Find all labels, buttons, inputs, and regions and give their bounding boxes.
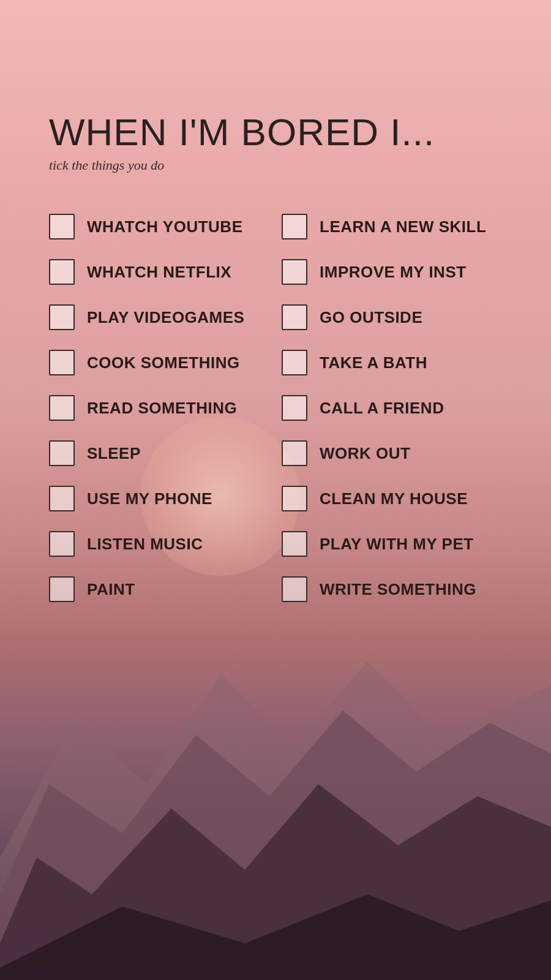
checkbox[interactable]: [49, 350, 75, 375]
checkbox[interactable]: [49, 440, 75, 466]
checkbox[interactable]: [49, 395, 75, 421]
checkbox[interactable]: [282, 395, 307, 421]
checkbox[interactable]: [49, 486, 75, 511]
list-item: CALL A FRIEND: [282, 385, 502, 431]
item-label: WORK OUT: [320, 444, 410, 463]
checkbox[interactable]: [49, 304, 75, 330]
checkbox[interactable]: [282, 350, 307, 375]
item-label: SLEEP: [87, 444, 141, 463]
list-item: PLAY WITH MY PET: [282, 521, 502, 567]
left-column: WHATCH YOUTUBEWHATCH NETFLIXPLAY VIDEOGA…: [49, 204, 269, 612]
item-label: WRITE SOMETHING: [320, 580, 476, 599]
list-item: COOK SOMETHING: [49, 340, 269, 385]
item-label: PLAY WITH MY PET: [320, 535, 474, 554]
checkbox[interactable]: [49, 259, 75, 285]
checkbox[interactable]: [282, 259, 307, 285]
list-item: LISTEN MUSIC: [49, 521, 269, 567]
item-label: IMPROVE MY INST: [320, 263, 467, 282]
page-subtitle: tick the things you do: [49, 157, 502, 173]
list-item: IMPROVE MY INST: [282, 249, 502, 295]
watermark: modif.ai: [18, 952, 59, 967]
list-item: SLEEP: [49, 431, 269, 476]
page-title: WHEN I'M BORED I...: [49, 110, 502, 154]
item-label: READ SOMETHING: [87, 399, 237, 418]
main-content: WHEN I'M BORED I... tick the things you …: [0, 0, 551, 636]
list-item: GO OUTSIDE: [282, 295, 502, 340]
checkbox[interactable]: [49, 214, 75, 239]
list-item: WHATCH YOUTUBE: [49, 204, 269, 249]
item-label: LISTEN MUSIC: [87, 535, 203, 554]
item-label: CALL A FRIEND: [320, 399, 444, 418]
list-item: PAINT: [49, 567, 269, 612]
item-label: PLAY VIDEOGAMES: [87, 308, 244, 327]
list-item: CLEAN MY HOUSE: [282, 476, 502, 521]
list-item: PLAY VIDEOGAMES: [49, 295, 269, 340]
item-label: CLEAN MY HOUSE: [320, 489, 468, 508]
list-item: USE MY PHONE: [49, 476, 269, 521]
list-item: WRITE SOMETHING: [282, 567, 502, 612]
list-item: READ SOMETHING: [49, 385, 269, 431]
item-label: WHATCH NETFLIX: [87, 263, 231, 282]
checkbox[interactable]: [282, 304, 307, 330]
right-column: LEARN A NEW SKILLIMPROVE MY INSTGO OUTSI…: [282, 204, 502, 612]
checkbox[interactable]: [282, 440, 307, 466]
checkbox[interactable]: [282, 576, 307, 602]
list-item: WORK OUT: [282, 431, 502, 476]
list-item: TAKE A BATH: [282, 340, 502, 385]
item-label: PAINT: [87, 580, 135, 599]
item-label: GO OUTSIDE: [320, 308, 422, 327]
checkbox[interactable]: [282, 486, 307, 511]
checkbox[interactable]: [49, 531, 75, 557]
list-item: WHATCH NETFLIX: [49, 249, 269, 295]
item-label: USE MY PHONE: [87, 489, 212, 508]
item-label: LEARN A NEW SKILL: [320, 217, 486, 236]
item-label: TAKE A BATH: [320, 353, 427, 372]
list-item: LEARN A NEW SKILL: [282, 204, 502, 249]
checkbox[interactable]: [282, 214, 307, 239]
checkbox[interactable]: [49, 576, 75, 602]
checkbox[interactable]: [282, 531, 307, 557]
item-label: COOK SOMETHING: [87, 353, 240, 372]
item-label: WHATCH YOUTUBE: [87, 217, 242, 236]
checklist-grid: WHATCH YOUTUBEWHATCH NETFLIXPLAY VIDEOGA…: [49, 204, 502, 612]
